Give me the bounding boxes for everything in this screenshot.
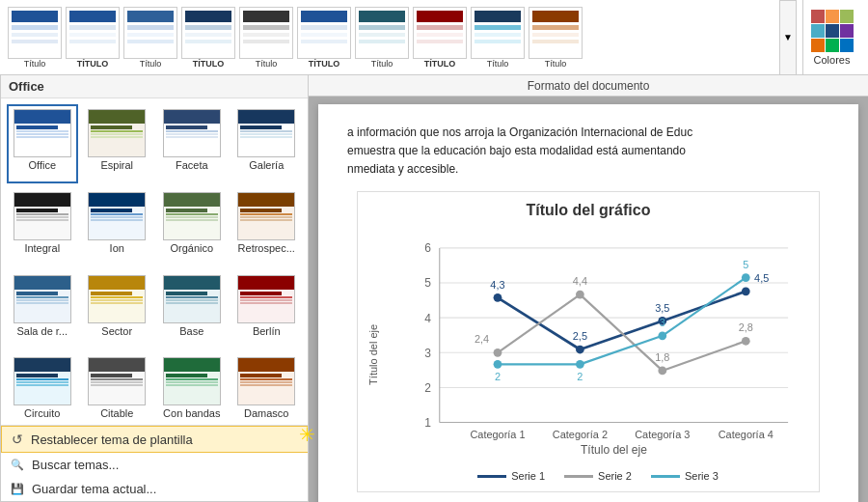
svg-text:4,3: 4,3 bbox=[490, 278, 504, 290]
theme-label-integral: Integral bbox=[24, 242, 60, 254]
panel-footer: ↺ Restablecer tema de plantilla 🔍 Buscar… bbox=[1, 425, 309, 501]
theme-galeria[interactable]: Galería bbox=[231, 104, 303, 183]
theme-citable[interactable]: Citable bbox=[82, 352, 153, 432]
theme-label-ion: Ion bbox=[110, 242, 124, 254]
themes-grid: Office Espiral bbox=[1, 98, 308, 437]
chart-svg: 6 5 4 3 2 1 Categoría 1 Categoría 2 Cate… bbox=[387, 227, 809, 460]
guardar-label: Guardar tema actual... bbox=[32, 482, 156, 496]
theme-integral[interactable]: Integral bbox=[7, 187, 78, 266]
ribbon-theme-5[interactable]: Título bbox=[239, 7, 293, 69]
svg-point-28 bbox=[576, 290, 584, 298]
ribbon-theme-4[interactable]: TÍTULO bbox=[181, 7, 235, 69]
svg-text:4: 4 bbox=[424, 311, 431, 324]
theme-office[interactable]: Office bbox=[7, 104, 78, 183]
svg-point-38 bbox=[742, 273, 750, 282]
theme-sector[interactable]: Sector bbox=[82, 270, 153, 349]
doc-text-1: a información que nos arroja la Organiza… bbox=[347, 126, 692, 139]
guardar-icon: 💾 bbox=[11, 483, 24, 495]
ribbon-theme-6[interactable]: TÍTULO bbox=[297, 7, 351, 69]
svg-text:3,5: 3,5 bbox=[655, 301, 669, 313]
buscar-label: Buscar temas... bbox=[32, 458, 119, 472]
restablecer-tema-button[interactable]: ↺ Restablecer tema de plantilla bbox=[1, 426, 309, 453]
svg-point-20 bbox=[576, 345, 584, 353]
svg-point-35 bbox=[494, 360, 502, 369]
svg-text:Categoría 2: Categoría 2 bbox=[553, 429, 608, 440]
doc-text-3: nmediata y accesible. bbox=[347, 162, 458, 176]
theme-damasco[interactable]: Damasco bbox=[231, 352, 303, 432]
theme-label-galeria: Galería bbox=[249, 159, 284, 171]
legend-serie3-label: Serie 3 bbox=[685, 470, 719, 482]
chart-container: Título del gráfico Título del eje bbox=[357, 191, 820, 493]
svg-text:2,5: 2,5 bbox=[573, 330, 587, 342]
panel-header: Office bbox=[1, 75, 308, 98]
theme-label-berlin: Berlín bbox=[253, 325, 281, 337]
svg-text:2: 2 bbox=[424, 380, 431, 394]
chart-y-axis-label: Título del eje bbox=[367, 227, 387, 483]
theme-salar[interactable]: Sala de r... bbox=[7, 270, 78, 349]
svg-point-37 bbox=[658, 331, 666, 340]
theme-label-office: Office bbox=[28, 159, 56, 171]
ribbon-themes-scroll: Título TÍTULO Título bbox=[8, 7, 773, 69]
svg-text:3: 3 bbox=[424, 346, 431, 359]
theme-label-conbandas: Con bandas bbox=[163, 407, 220, 419]
theme-faceta[interactable]: Faceta bbox=[156, 104, 228, 183]
svg-point-29 bbox=[658, 366, 666, 375]
ribbon-theme-7[interactable]: Título bbox=[355, 7, 409, 69]
ribbon: Título TÍTULO Título bbox=[0, 0, 868, 75]
ribbon-theme-9[interactable]: Título bbox=[471, 7, 525, 69]
theme-label-circuito: Circuito bbox=[24, 407, 60, 419]
svg-point-22 bbox=[742, 287, 750, 295]
doc-paragraph: a información que nos arroja la Organiza… bbox=[347, 124, 829, 180]
format-bar: Formato del documento bbox=[309, 75, 868, 97]
theme-label-sector: Sector bbox=[101, 325, 132, 337]
buscar-temas-button[interactable]: 🔍 Buscar temas... bbox=[1, 453, 309, 477]
theme-retrospec[interactable]: Retrospec... bbox=[231, 187, 303, 266]
svg-text:Categoría 1: Categoría 1 bbox=[470, 429, 525, 440]
ribbon-theme-8[interactable]: TÍTULO bbox=[413, 7, 467, 69]
doc-text-2: emuestra que la educación bajo esta moda… bbox=[347, 144, 686, 157]
svg-text:1,8: 1,8 bbox=[655, 351, 669, 363]
legend-serie3: Serie 3 bbox=[651, 470, 719, 482]
document-page: a información que nos arroja la Organiza… bbox=[318, 104, 858, 502]
ribbon-scroll-down[interactable]: ▼ bbox=[779, 0, 797, 75]
theme-berlin[interactable]: Berlín bbox=[231, 270, 303, 349]
colors-button[interactable]: Colores bbox=[802, 0, 860, 75]
chart-area: Título del eje bbox=[367, 227, 809, 483]
svg-text:4,5: 4,5 bbox=[754, 272, 769, 284]
restablecer-icon: ↺ bbox=[12, 432, 23, 447]
theme-organico[interactable]: Orgánico bbox=[156, 187, 228, 266]
svg-text:3: 3 bbox=[660, 316, 665, 327]
theme-label-salar: Sala de r... bbox=[16, 325, 68, 337]
ribbon-theme-10[interactable]: Título bbox=[529, 7, 583, 69]
theme-label-base: Base bbox=[179, 325, 203, 337]
legend-serie1-label: Serie 1 bbox=[511, 470, 545, 482]
svg-text:Título del eje: Título del eje bbox=[581, 443, 647, 457]
restablecer-label: Restablecer tema de plantilla bbox=[31, 432, 193, 447]
svg-point-27 bbox=[494, 348, 502, 356]
theme-circuito[interactable]: Circuito bbox=[7, 352, 78, 432]
ribbon-theme-1[interactable]: Título bbox=[8, 7, 62, 69]
svg-text:5: 5 bbox=[743, 258, 748, 269]
theme-label-citable: Citable bbox=[100, 407, 133, 419]
svg-text:4,4: 4,4 bbox=[573, 275, 587, 287]
theme-ion[interactable]: Ion bbox=[82, 187, 153, 266]
document-area: Formato del documento a información que … bbox=[309, 75, 868, 502]
theme-conbandas[interactable]: Con bandas bbox=[156, 352, 228, 432]
buscar-icon: 🔍 bbox=[11, 459, 24, 471]
themes-panel: Office Office bbox=[0, 75, 309, 502]
theme-espiral[interactable]: Espiral bbox=[82, 104, 153, 183]
colors-grid bbox=[811, 10, 854, 52]
svg-point-30 bbox=[742, 336, 750, 345]
chart-title: Título del gráfico bbox=[367, 202, 809, 219]
theme-label-damasco: Damasco bbox=[244, 407, 288, 419]
ribbon-theme-3[interactable]: Título bbox=[123, 7, 177, 69]
guardar-tema-button[interactable]: 💾 Guardar tema actual... bbox=[1, 477, 309, 501]
svg-text:5: 5 bbox=[424, 276, 431, 290]
theme-label-faceta: Faceta bbox=[176, 159, 208, 171]
svg-text:6: 6 bbox=[424, 241, 431, 255]
theme-base[interactable]: Base bbox=[156, 270, 228, 349]
theme-label-espiral: Espiral bbox=[100, 159, 133, 171]
legend-serie1: Serie 1 bbox=[477, 470, 545, 482]
ribbon-theme-2[interactable]: TÍTULO bbox=[66, 7, 120, 69]
legend-serie2-label: Serie 2 bbox=[598, 470, 632, 482]
